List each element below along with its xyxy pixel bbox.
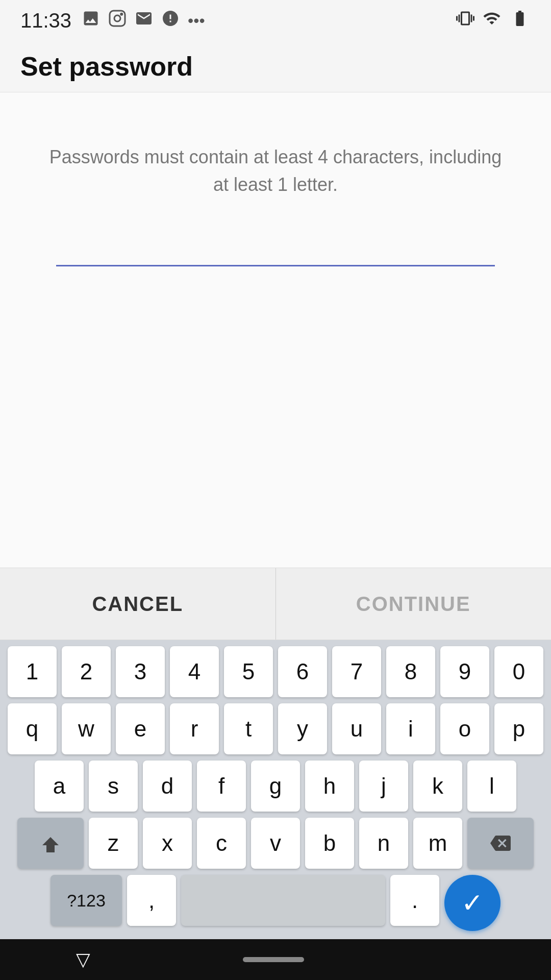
image-icon	[82, 9, 100, 32]
key-u[interactable]: u	[332, 703, 381, 754]
key-q[interactable]: q	[8, 703, 57, 754]
key-b[interactable]: b	[305, 818, 354, 869]
status-right-icons	[456, 9, 531, 32]
key-1[interactable]: 1	[8, 646, 57, 697]
key-o[interactable]: o	[440, 703, 489, 754]
more-icon: •••	[188, 11, 205, 30]
key-g[interactable]: g	[251, 761, 300, 812]
key-h[interactable]: h	[305, 761, 354, 812]
key-z[interactable]: z	[89, 818, 138, 869]
key-t[interactable]: t	[224, 703, 273, 754]
key-0[interactable]: 0	[494, 646, 543, 697]
action-buttons: CANCEL CONTINUE	[0, 568, 551, 640]
keyboard-row-zxcv: z x c v b n m	[0, 816, 551, 871]
status-time: 11:33	[20, 9, 71, 32]
cancel-button[interactable]: CANCEL	[0, 568, 276, 640]
space-key[interactable]	[181, 875, 385, 926]
key-x[interactable]: x	[143, 818, 192, 869]
key-5[interactable]: 5	[224, 646, 273, 697]
key-7[interactable]: 7	[332, 646, 381, 697]
back-icon[interactable]: ▽	[76, 949, 90, 970]
key-i[interactable]: i	[386, 703, 435, 754]
key-p[interactable]: p	[494, 703, 543, 754]
battery-icon	[509, 9, 531, 32]
description-text: Passwords must contain at least 4 charac…	[41, 143, 510, 199]
key-9[interactable]: 9	[440, 646, 489, 697]
key-l[interactable]: l	[467, 761, 516, 812]
nav-bar: ▽	[0, 939, 551, 980]
key-n[interactable]: n	[359, 818, 408, 869]
key-w[interactable]: w	[62, 703, 111, 754]
key-m[interactable]: m	[413, 818, 462, 869]
keyboard-row-numbers: 1 2 3 4 5 6 7 8 9 0	[0, 644, 551, 699]
keyboard: 1 2 3 4 5 6 7 8 9 0 q w e r t y u i o p …	[0, 640, 551, 939]
status-icons: •••	[82, 9, 456, 32]
vibrate-icon	[456, 9, 474, 32]
comma-key[interactable]: ,	[127, 875, 176, 926]
key-k[interactable]: k	[413, 761, 462, 812]
key-v[interactable]: v	[251, 818, 300, 869]
svg-point-1	[114, 15, 120, 21]
key-4[interactable]: 4	[170, 646, 219, 697]
sym-key[interactable]: ?123	[51, 875, 122, 926]
svg-point-2	[121, 13, 122, 15]
svg-rect-0	[110, 11, 125, 26]
keyboard-row-qwerty: q w e r t y u i o p	[0, 701, 551, 756]
key-j[interactable]: j	[359, 761, 408, 812]
key-3[interactable]: 3	[116, 646, 165, 697]
alert-icon	[161, 9, 180, 32]
shift-key[interactable]	[17, 818, 84, 869]
period-key[interactable]: .	[390, 875, 439, 926]
key-f[interactable]: f	[197, 761, 246, 812]
key-y[interactable]: y	[278, 703, 327, 754]
app-bar: Set password	[0, 41, 551, 92]
key-e[interactable]: e	[116, 703, 165, 754]
key-c[interactable]: c	[197, 818, 246, 869]
page-title: Set password	[20, 51, 531, 82]
backspace-key[interactable]	[467, 818, 534, 869]
key-s[interactable]: s	[89, 761, 138, 812]
key-2[interactable]: 2	[62, 646, 111, 697]
home-pill[interactable]	[243, 957, 304, 962]
continue-button[interactable]: CONTINUE	[276, 568, 552, 640]
key-r[interactable]: r	[170, 703, 219, 754]
gmail-icon	[135, 9, 153, 32]
keyboard-row-asdf: a s d f g h j k l	[0, 758, 551, 814]
instagram-icon	[108, 9, 127, 32]
key-a[interactable]: a	[35, 761, 84, 812]
key-6[interactable]: 6	[278, 646, 327, 697]
wifi-icon	[483, 9, 501, 32]
password-input[interactable]	[56, 229, 495, 266]
enter-key[interactable]: ✓	[444, 875, 500, 931]
keyboard-row-bottom: ?123 , . ✓	[0, 873, 551, 933]
password-input-container	[56, 229, 495, 266]
main-content: Passwords must contain at least 4 charac…	[0, 92, 551, 568]
key-8[interactable]: 8	[386, 646, 435, 697]
key-d[interactable]: d	[143, 761, 192, 812]
enter-check-icon: ✓	[461, 888, 484, 918]
status-bar: 11:33 •••	[0, 0, 551, 41]
